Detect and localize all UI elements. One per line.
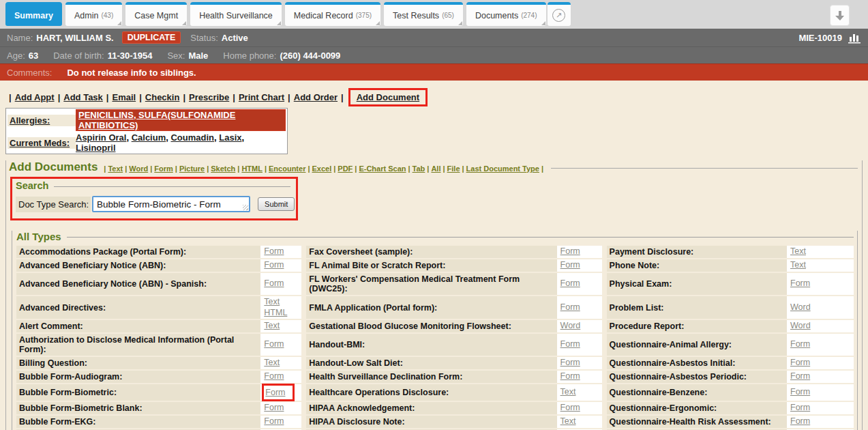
create-form-link[interactable]: Form [560,358,580,369]
med-link-aspirin-oral[interactable]: Aspirin Oral [76,132,126,143]
create-form-link[interactable]: Form [790,403,810,414]
tab-test-results[interactable]: Test Results(65) [384,2,463,26]
create-form-link[interactable]: Form [264,246,284,257]
doc-type-link-encounter[interactable]: Encounter [269,164,305,173]
create-html-link[interactable]: HTML [264,308,287,319]
action-email[interactable]: Email [112,92,136,102]
create-form-link[interactable]: Form [560,339,580,350]
table-row: Bubble Form-Biometric Blank:FormHIPAA Ac… [16,402,854,414]
allergy-value-link[interactable]: PENICILLINS, SULFA(SULFONAMIDE ANTIBIOTI… [78,110,235,130]
med-link-lasix[interactable]: Lasix [219,132,241,143]
action-add-appt[interactable]: Add Appt [15,92,55,102]
doc-type-link-picture[interactable]: Picture [179,164,205,173]
allergies-link[interactable]: Allergies: [10,115,50,126]
create-form-link[interactable]: Form [264,371,284,382]
create-word-link[interactable]: Word [790,302,811,313]
med-link-calcium[interactable]: Calcium [132,132,166,143]
main-content: |Add Appt|Add Task|Email|Checkin|Prescri… [0,88,868,430]
action-add-document[interactable]: Add Document [357,92,419,102]
create-form-link[interactable]: Form [264,416,284,427]
submit-button[interactable]: Submit [258,197,295,211]
doc-type-link-tab[interactable]: Tab [413,164,425,173]
create-form-link[interactable]: Form [790,278,810,289]
doc-type-link-pdf[interactable]: PDF [338,164,353,173]
create-form-link[interactable]: Form [560,260,580,271]
tab-summary[interactable]: Summary [5,2,62,26]
doc-type-name: HIPAA Disclosure Note: [306,416,556,428]
doc-type-link-e-chart-scan[interactable]: E-Chart Scan [359,164,406,173]
create-text-link[interactable]: Text [790,246,806,257]
patient-status: Active [222,33,248,43]
create-form-link[interactable]: Form [790,358,810,369]
action-checkin[interactable]: Checkin [145,92,180,102]
doc-type-search-input[interactable] [92,196,250,212]
allergies-label-cell: Allergies: [8,115,76,126]
doc-type-link-cell: Form [787,371,854,383]
create-form-link[interactable]: Form [264,260,284,271]
doc-type-link-cell: Form [557,259,602,272]
med-link-coumadin[interactable]: Coumadin [170,132,214,143]
doc-type-link-html[interactable]: HTML [241,164,263,173]
download-button[interactable] [830,5,850,26]
tab-health-surveillance[interactable]: Health Surveillance [190,2,282,26]
doc-type-link-cell: Form [787,334,854,356]
search-rule [54,186,290,187]
separator: | [288,92,290,102]
download-icon [835,10,845,21]
create-word-link[interactable]: Word [790,321,811,332]
tab-medical-record[interactable]: Medical Record(375) [285,2,380,26]
action-add-order[interactable]: Add Order [294,92,338,102]
current-meds-link[interactable]: Current Meds: [10,138,70,148]
doc-type-link-text[interactable]: Text [108,164,123,173]
doc-type-entry: Advanced Beneficiary Notice (ABN) - Span… [16,273,301,295]
create-form-link[interactable]: Form [790,416,810,427]
med-link-lisinopril[interactable]: Lisinopril [76,143,116,153]
dob-label: Date of birth: [53,51,104,61]
tab-case-mgmt[interactable]: Case Mgmt [125,2,187,26]
create-form-link[interactable]: Form [264,339,284,350]
doc-type-link-last-document-type[interactable]: Last Document Type [466,164,539,173]
action-prescribe[interactable]: Prescribe [189,92,229,102]
create-text-link[interactable]: Text [560,387,576,398]
tab-documents[interactable]: Documents(274) [466,2,546,26]
create-form-link[interactable]: Form [560,246,580,257]
create-text-link[interactable]: Text [264,297,280,308]
doc-type-link-sketch[interactable]: Sketch [211,164,235,173]
doc-type-link-excel[interactable]: Excel [312,164,332,173]
create-form-link[interactable]: Form [790,371,810,382]
doc-type-entry: Handout-Low Salt Diet:Form [306,357,601,369]
tab-overflow-button[interactable]: ↗ [548,2,571,26]
create-text-link[interactable]: Text [264,321,280,332]
create-text-link[interactable]: Text [264,358,280,369]
create-form-link[interactable]: Form [264,403,284,414]
action-add-task[interactable]: Add Task [63,92,103,102]
create-form-link[interactable]: Form [560,403,580,414]
doc-type-link-word[interactable]: Word [129,164,148,173]
search-annotation-box: Search Doc Type Search: Submit [10,177,298,220]
doc-type-link-form[interactable]: Form [154,164,173,173]
comments-text: Do not release info to siblings. [67,68,196,78]
create-form-link[interactable]: Form [264,278,284,289]
tabs-container: SummaryAdmin(43)Case MgmtHealth Surveill… [5,2,550,26]
create-form-link[interactable]: Form [265,388,285,397]
phone-label: Home phone: [223,51,276,61]
doc-type-entry: Questionnaire-Ergonomic:Form [607,402,854,414]
resize-grip-icon[interactable] [243,205,248,210]
create-form-link[interactable]: Form [560,302,580,313]
doc-type-link-file[interactable]: File [447,164,460,173]
action-print-chart[interactable]: Print Chart [239,92,284,102]
create-form-link[interactable]: Form [560,371,580,382]
create-form-link[interactable]: Form [560,278,580,289]
create-form-link[interactable]: Form [790,339,810,350]
tab-admin[interactable]: Admin(43) [65,2,122,26]
create-form-link[interactable]: Form [790,387,810,398]
chart-icon[interactable] [848,32,861,44]
doc-type-link-all[interactable]: All [431,164,440,173]
all-types-table: Accommodations Package (Portal Form):For… [16,246,854,430]
separator: | [175,164,177,173]
create-text-link[interactable]: Text [790,260,806,271]
create-word-link[interactable]: Word [560,321,581,332]
create-text-link[interactable]: Text [560,416,576,427]
separator: | [237,164,239,173]
separator: | [106,92,109,102]
